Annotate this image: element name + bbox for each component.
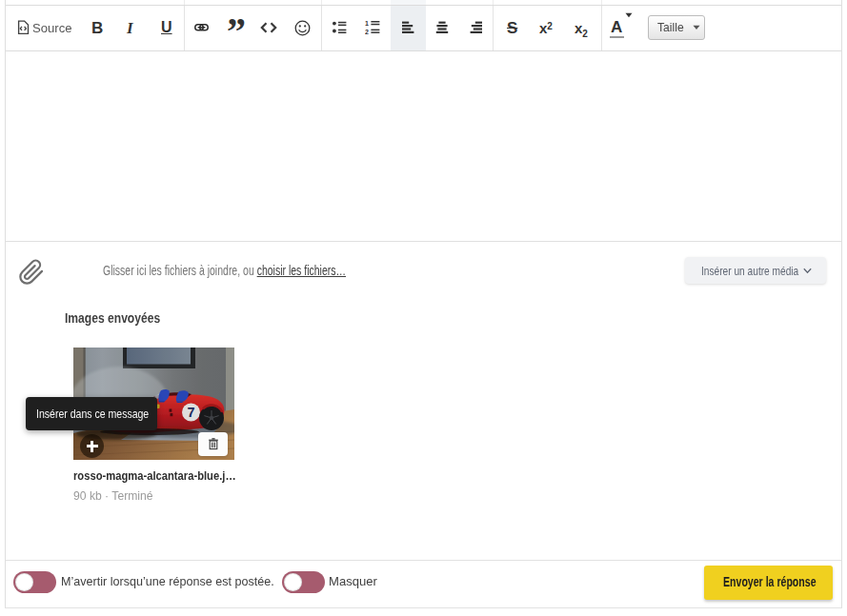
svg-text:2: 2 bbox=[365, 29, 369, 35]
svg-text:1: 1 bbox=[365, 20, 369, 27]
